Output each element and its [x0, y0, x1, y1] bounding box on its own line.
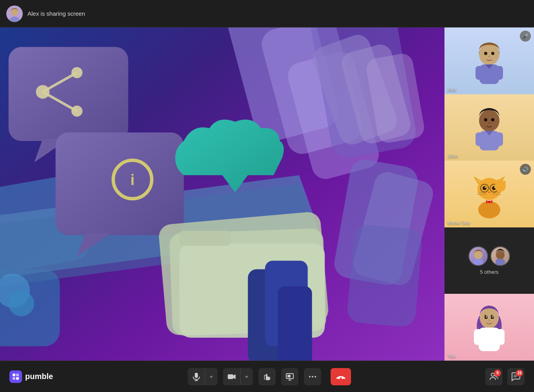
- participant-ken: 🎤 Ken: [444, 27, 534, 94]
- mic-group: [188, 368, 218, 385]
- controls-area: [188, 368, 351, 385]
- svg-rect-93: [16, 377, 19, 380]
- participant-john: John: [444, 94, 534, 161]
- brand-area: pumble: [9, 370, 53, 383]
- svg-point-69: [503, 181, 506, 185]
- participant-meow: 🔊 Meow Doe: [444, 161, 534, 227]
- svg-rect-90: [13, 374, 15, 376]
- svg-rect-48: [494, 132, 503, 146]
- svg-point-103: [312, 376, 313, 377]
- svg-point-84: [488, 319, 490, 321]
- hand-raise-button[interactable]: [258, 368, 276, 385]
- svg-rect-89: [495, 329, 505, 345]
- svg-point-74: [474, 251, 483, 259]
- camera-button[interactable]: [223, 368, 240, 385]
- svg-point-57: [483, 186, 486, 190]
- svg-point-36: [484, 52, 487, 55]
- svg-point-38: [488, 56, 490, 57]
- ken-name: Ken: [448, 87, 456, 93]
- meow-speaking-icon: 🔊: [520, 164, 531, 175]
- sidebar-participants: 🎤 Ken: [444, 27, 534, 361]
- participants-badge: 9: [494, 370, 501, 377]
- chat-badge: 16: [516, 370, 523, 377]
- svg-point-44: [491, 118, 494, 121]
- you-name: You: [448, 354, 455, 359]
- svg-rect-99: [287, 375, 291, 377]
- others-count: 5 others: [480, 269, 499, 275]
- svg-rect-40: [475, 66, 484, 80]
- more-options-button[interactable]: [304, 368, 321, 385]
- participant-you: You: [444, 294, 534, 361]
- svg-point-68: [499, 179, 503, 183]
- mic-chevron[interactable]: [205, 368, 218, 385]
- participants-button[interactable]: 9: [485, 368, 503, 385]
- participant-others: 5 others: [444, 227, 534, 294]
- svg-rect-23: [179, 231, 231, 246]
- end-call-button[interactable]: [331, 368, 351, 385]
- svg-point-3: [11, 9, 18, 16]
- svg-point-73: [488, 201, 490, 203]
- svg-rect-17: [56, 132, 184, 235]
- brand-logo: [9, 370, 22, 383]
- svg-text:i: i: [130, 171, 135, 188]
- svg-rect-29: [346, 224, 423, 328]
- meow-name: Meow Doe: [448, 220, 470, 226]
- ken-mute-icon: 🎤: [520, 31, 531, 42]
- svg-rect-41: [494, 66, 503, 80]
- svg-rect-94: [195, 373, 198, 378]
- svg-point-83: [492, 316, 494, 317]
- screen-content: i: [0, 27, 444, 361]
- top-banner: Alex is sharing screen: [0, 0, 534, 27]
- svg-point-76: [496, 251, 505, 259]
- chat-button[interactable]: 16: [507, 368, 525, 385]
- brand-name: pumble: [25, 372, 53, 381]
- svg-point-35: [479, 43, 499, 65]
- svg-point-86: [492, 319, 498, 323]
- svg-rect-47: [475, 132, 484, 146]
- present-button[interactable]: [281, 368, 298, 385]
- mic-button[interactable]: [188, 368, 205, 385]
- svg-point-43: [484, 118, 487, 121]
- svg-point-85: [481, 319, 486, 323]
- john-name: John: [448, 154, 458, 159]
- svg-rect-75: [474, 259, 483, 265]
- main-area: i: [0, 27, 534, 361]
- svg-point-79: [480, 308, 499, 328]
- svg-point-42: [479, 110, 499, 132]
- svg-rect-97: [228, 374, 233, 379]
- alex-avatar: [6, 5, 23, 22]
- svg-point-82: [486, 316, 487, 317]
- camera-chevron[interactable]: [240, 368, 253, 385]
- svg-rect-26: [278, 286, 312, 361]
- svg-point-59: [485, 187, 486, 188]
- svg-rect-77: [496, 259, 505, 265]
- svg-point-45: [488, 122, 490, 124]
- right-controls: 9 16: [485, 368, 525, 385]
- screen-share-area: i: [0, 27, 444, 361]
- camera-group: [223, 368, 253, 385]
- svg-rect-88: [474, 329, 483, 345]
- svg-point-104: [315, 376, 316, 377]
- sharing-banner-text: Alex is sharing screen: [27, 10, 85, 17]
- svg-point-70: [478, 201, 500, 218]
- svg-point-102: [309, 376, 311, 377]
- svg-point-37: [491, 52, 494, 55]
- svg-point-31: [9, 291, 34, 316]
- bottom-toolbar: pumble: [0, 361, 534, 392]
- svg-rect-91: [16, 374, 19, 376]
- svg-rect-11: [9, 47, 128, 141]
- svg-rect-92: [13, 377, 15, 380]
